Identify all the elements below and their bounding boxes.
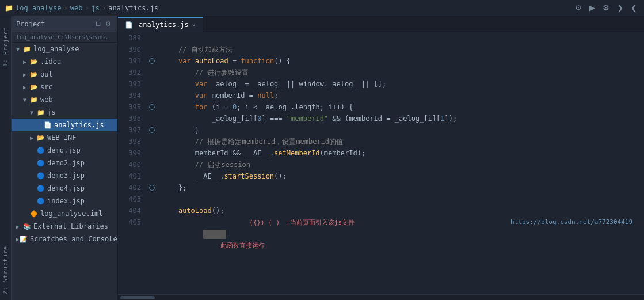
line-num-390: 390 (128, 44, 141, 55)
run-button[interactable]: ▶ (586, 2, 598, 14)
code-line-395: for (i = 0; i < _aelog_.length; i++) { (157, 101, 644, 113)
panel-header: Project ⊟ ⚙ (12, 16, 117, 32)
line-num-397: 397 (128, 124, 141, 136)
breadcrumb-file[interactable]: analytics.js (108, 4, 158, 12)
code-line-393: var _aelog_ = _aelog_ || window._aelog_ … (157, 78, 644, 90)
code-line-400: // 启动session (157, 159, 644, 170)
folder-icon-out: 📂 (30, 71, 38, 78)
gutter (147, 32, 157, 294)
label-web-inf: WEB-INF (47, 134, 77, 142)
arrow-web-inf: ▶ (30, 135, 37, 141)
line-num-398: 398 (128, 136, 141, 147)
tree-item-demo2-jsp[interactable]: 🔵 demo2.jsp (12, 157, 117, 169)
code-line-390: // 自动加载方法 (157, 44, 644, 55)
jsp-icon-index: 🔵 (37, 198, 45, 205)
collapse-all-button[interactable]: ⊟ (93, 20, 102, 29)
code-line-394: var memberId = null; (157, 90, 644, 101)
tree-item-demo-jsp[interactable]: 🔵 demo.jsp (12, 144, 117, 157)
tree-item-demo3-jsp[interactable]: 🔵 demo3.jsp (12, 169, 117, 182)
tree-item-web[interactable]: ▼ 📁 web (12, 93, 117, 106)
arrow-idea: ▶ (23, 59, 30, 65)
gutter-391 (149, 55, 155, 67)
line-num-404: 404 (128, 205, 141, 217)
tree-item-log-analyse[interactable]: ▼ 📁 log_analyse (12, 43, 117, 55)
tree-item-web-inf[interactable]: ▶ 📂 WEB-INF (12, 131, 117, 144)
settings-button[interactable]: ⚙ (573, 2, 584, 14)
line-num-394: 394 (128, 90, 141, 101)
panel-header-actions: ⊟ ⚙ (93, 20, 113, 29)
code-line-402: }; (157, 182, 644, 193)
arrow-out: ▶ (23, 71, 30, 78)
horizontal-scrollbar[interactable] (120, 296, 155, 299)
xml-icon-iml: 🔶 (30, 210, 38, 218)
label-out: out (40, 70, 53, 78)
tree-item-scratches[interactable]: ▶ 📝 Scratches and Consoles (12, 233, 117, 245)
breadcrumb-js[interactable]: js (92, 4, 100, 12)
back-button[interactable]: ❮ (628, 2, 639, 14)
code-line-405: 此函数直接运行 https://blog.csdn.net/a772304419 (157, 217, 644, 228)
scratches-icon: 📝 (20, 236, 28, 243)
code-line-404: autoLoad(); ({}) ( ) ；当前页面引入该js文件 (157, 205, 644, 217)
url-label: https://blog.csdn.net/a772304419 (510, 217, 632, 228)
breakpoint-402[interactable] (149, 185, 155, 191)
code-line-401: __AE__.startSession(); (157, 170, 644, 182)
label-demo2-jsp: demo2.jsp (47, 159, 85, 167)
label-log-analyse: log_analyse (33, 45, 79, 53)
tree-item-idea[interactable]: ▶ 📂 .idea (12, 55, 117, 68)
sep3: › (102, 4, 106, 12)
label-demo3-jsp: demo3.jsp (47, 172, 85, 180)
tree-item-iml[interactable]: 🔶 log_analyse.iml (12, 207, 117, 220)
line-num-396: 396 (128, 113, 141, 124)
project-path: log_analyse C:\Users\seanzhou\IdeaProjec… (12, 32, 117, 43)
line-num-399: 399 (128, 147, 141, 159)
settings-panel-button[interactable]: ⚙ (104, 20, 113, 29)
tree-item-demo4-jsp[interactable]: 🔵 demo4.jsp (12, 182, 117, 195)
tab-analytics-js[interactable]: 📄 analytics.js ✕ (118, 17, 203, 32)
tree-item-analytics-js[interactable]: 📄 analytics.js (12, 119, 117, 131)
label-index-jsp: index.jsp (47, 197, 85, 205)
line-num-391: 391 (128, 55, 141, 67)
breakpoint-395[interactable] (149, 104, 155, 110)
scrollbar-area[interactable] (118, 294, 644, 300)
tree-item-js[interactable]: ▼ 📁 js (12, 106, 117, 119)
gutter-397 (149, 124, 155, 136)
line-num-393: 393 (128, 78, 141, 90)
breakpoint-397[interactable] (149, 127, 155, 133)
label-iml: log_analyse.iml (40, 210, 102, 218)
line-num-392: 392 (128, 67, 141, 78)
code-line-389 (157, 32, 644, 44)
line-num-402: 402 (128, 182, 141, 193)
tree-item-index-jsp[interactable]: 🔵 index.jsp (12, 195, 117, 207)
breakpoint-391[interactable] (149, 58, 155, 64)
arrow-web: ▼ (23, 97, 30, 103)
forward-button[interactable]: ❯ (614, 2, 626, 14)
sep2: › (85, 4, 89, 12)
folder-icon-idea: 📂 (30, 58, 38, 66)
code-line-403 (157, 193, 644, 205)
tree-item-external-libraries[interactable]: ▶ 📚 External Libraries (12, 220, 117, 233)
arrow-src: ▶ (23, 84, 30, 90)
project-icon: 📁 (5, 4, 13, 12)
project-panel-toggle[interactable]: 1: Project (2, 26, 9, 67)
label-demo-jsp: demo.jsp (47, 146, 81, 154)
tree-item-out[interactable]: ▶ 📂 out (12, 68, 117, 81)
arrow-external: ▶ (16, 223, 23, 230)
main-layout: 1: Project 2: Structure Project ⊟ ⚙ log_… (0, 16, 644, 300)
structure-panel-toggle[interactable]: 2: Structure (2, 246, 9, 294)
breadcrumb-web[interactable]: web (70, 4, 83, 12)
code-editor: 389 390 391 392 393 394 395 396 397 398 … (118, 32, 644, 294)
tree-item-src[interactable]: ▶ 📂 src (12, 81, 117, 93)
breadcrumb-project[interactable]: log_analyse (16, 4, 61, 12)
line-num-395: 395 (128, 101, 141, 113)
config-button[interactable]: ⚙ (600, 2, 612, 14)
folder-icon-web-inf: 📂 (37, 134, 45, 142)
code-line-398: // 根据是给定memberid，设置memberid的值 (157, 136, 644, 147)
tab-close-button[interactable]: ✕ (192, 22, 196, 28)
code-content[interactable]: // 自动加载方法 var autoLoad = function() { //… (157, 32, 644, 294)
code-line-397: } (157, 124, 644, 136)
arrow-log-analyse: ▼ (16, 46, 23, 52)
editor-tabs: 📄 analytics.js ✕ (118, 16, 644, 32)
folder-icon-js: 📁 (37, 109, 45, 116)
line-numbers: 389 390 391 392 393 394 395 396 397 398 … (118, 32, 147, 294)
jsp-icon-demo4: 🔵 (37, 185, 45, 192)
